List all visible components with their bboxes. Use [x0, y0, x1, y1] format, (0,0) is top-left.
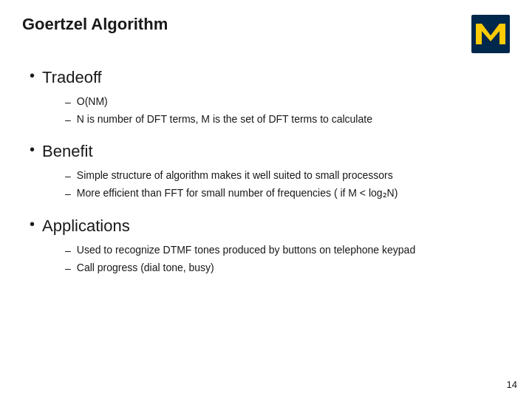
- bullet-main-tradeoff: • Tradeoff: [30, 66, 510, 89]
- page-number: 14: [507, 379, 517, 390]
- slide: Goertzel Algorithm • Tradeoff – O(NM) –: [0, 0, 532, 399]
- sub-bullet-benefit-1: – More efficient than FFT for small numb…: [65, 185, 510, 201]
- sub-text-tradeoff-1: N is number of DFT terms, M is the set o…: [77, 112, 372, 126]
- bullet-dot-tradeoff: •: [30, 65, 35, 86]
- sub-dash: –: [65, 95, 71, 109]
- sub-dash: –: [65, 168, 71, 183]
- bullet-section-applications: • Applications – Used to recognize DTMF …: [30, 215, 510, 276]
- header: Goertzel Algorithm: [22, 15, 510, 53]
- sub-bullet-applications-0: – Used to recognize DTMF tones produced …: [65, 242, 510, 258]
- sub-bullet-tradeoff-0: – O(NM): [65, 94, 510, 109]
- sub-text-applications-1: Call progress (dial tone, busy): [77, 260, 214, 275]
- sub-dash: –: [65, 261, 71, 276]
- sub-dash: –: [65, 243, 71, 258]
- sub-bullet-tradeoff-1: – N is number of DFT terms, M is the set…: [65, 112, 510, 127]
- sub-text-benefit-1: More efficient than FFT for small number…: [77, 185, 398, 200]
- sub-text-benefit-0: Simple structure of algorithm makes it w…: [77, 168, 393, 183]
- sub-dash: –: [65, 186, 71, 201]
- bullet-dot-applications: •: [30, 214, 35, 234]
- sub-bullet-benefit-0: – Simple structure of algorithm makes it…: [65, 168, 510, 183]
- bullet-label-applications: Applications: [42, 215, 130, 238]
- bullet-label-tradeoff: Tradeoff: [42, 66, 102, 89]
- bullet-section-tradeoff: • Tradeoff – O(NM) – N is number of DFT …: [30, 66, 510, 127]
- content: • Tradeoff – O(NM) – N is number of DFT …: [22, 66, 510, 276]
- michigan-logo: [471, 15, 510, 53]
- bullet-main-applications: • Applications: [30, 215, 510, 238]
- bullet-label-benefit: Benefit: [42, 140, 93, 163]
- sub-bullet-applications-1: – Call progress (dial tone, busy): [65, 260, 510, 276]
- sub-bullets-benefit: – Simple structure of algorithm makes it…: [65, 168, 510, 202]
- slide-title: Goertzel Algorithm: [22, 15, 168, 34]
- sub-bullets-tradeoff: – O(NM) – N is number of DFT terms, M is…: [65, 94, 510, 128]
- sub-bullets-applications: – Used to recognize DTMF tones produced …: [65, 242, 510, 276]
- bullet-main-benefit: • Benefit: [30, 140, 510, 163]
- bullet-section-benefit: • Benefit – Simple structure of algorith…: [30, 140, 510, 201]
- sub-text-applications-0: Used to recognize DTMF tones produced by…: [77, 242, 415, 257]
- bullet-dot-benefit: •: [30, 139, 35, 160]
- sub-text-tradeoff-0: O(NM): [77, 94, 108, 109]
- sub-dash: –: [65, 112, 71, 127]
